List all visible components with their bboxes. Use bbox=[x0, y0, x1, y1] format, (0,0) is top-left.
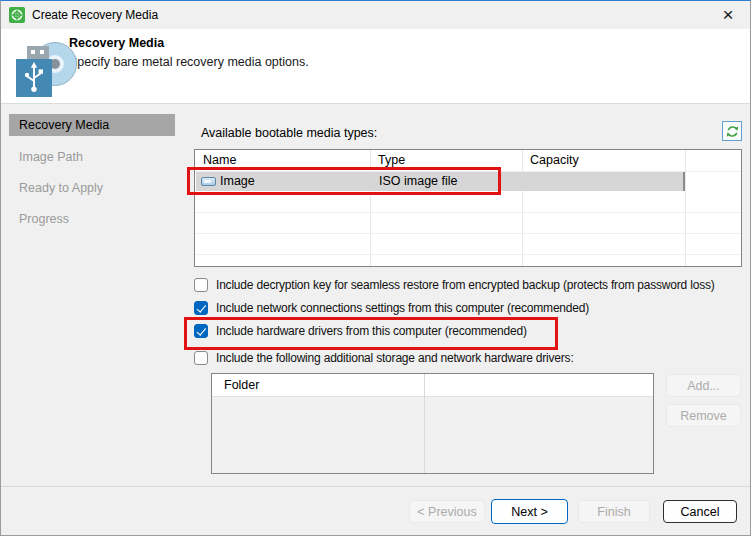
refresh-icon bbox=[726, 125, 739, 138]
checkbox-label[interactable]: Include network connections settings fro… bbox=[216, 301, 589, 315]
drivers-folder-table: Folder bbox=[211, 373, 654, 474]
window-title: Create Recovery Media bbox=[32, 8, 158, 22]
remove-button[interactable]: Remove bbox=[666, 404, 741, 427]
network-settings-checkbox[interactable] bbox=[194, 301, 208, 315]
sidebar-item-ready-to-apply[interactable]: Ready to Apply bbox=[9, 177, 175, 199]
usb-trident-icon bbox=[21, 62, 47, 94]
checkbox-row-additional-drivers: Include the following additional storage… bbox=[194, 350, 574, 365]
previous-button[interactable]: < Previous bbox=[409, 500, 485, 523]
media-types-label: Available bootable media types: bbox=[201, 126, 377, 140]
additional-drivers-checkbox[interactable] bbox=[194, 351, 208, 365]
cancel-button[interactable]: Cancel bbox=[663, 500, 737, 523]
usb-connector-icon bbox=[27, 46, 49, 59]
checkbox-label[interactable]: Include decryption key for seamless rest… bbox=[216, 278, 715, 292]
step-subtitle: Specify bare metal recovery media option… bbox=[69, 55, 309, 69]
step-title: Recovery Media bbox=[69, 36, 164, 50]
usb-drive-icon bbox=[16, 59, 52, 97]
close-icon[interactable]: × bbox=[706, 1, 750, 29]
checkbox-row-network-settings: Include network connections settings fro… bbox=[194, 300, 589, 315]
refresh-button[interactable] bbox=[722, 121, 742, 141]
annotation-box-hardware-drivers bbox=[184, 317, 558, 350]
annotation-box-media-row bbox=[187, 167, 501, 195]
sidebar-item-image-path[interactable]: Image Path bbox=[9, 146, 175, 168]
finish-button[interactable]: Finish bbox=[578, 500, 650, 523]
titlebar: Create Recovery Media × bbox=[1, 1, 750, 29]
next-button[interactable]: Next > bbox=[491, 499, 568, 524]
column-header-capacity[interactable]: Capacity bbox=[522, 150, 685, 171]
checkbox-label[interactable]: Include the following additional storage… bbox=[216, 351, 574, 365]
decryption-key-checkbox[interactable] bbox=[194, 278, 208, 292]
sidebar-item-progress[interactable]: Progress bbox=[9, 208, 175, 230]
create-recovery-media-dialog: Create Recovery Media × Recovery Media S… bbox=[0, 0, 751, 536]
wizard-header: Recovery Media Specify bare metal recove… bbox=[1, 29, 750, 104]
add-button[interactable]: Add... bbox=[666, 374, 741, 397]
app-icon bbox=[9, 7, 25, 23]
checkbox-row-decryption-key: Include decryption key for seamless rest… bbox=[194, 277, 715, 292]
sidebar-item-recovery-media[interactable]: Recovery Media bbox=[9, 114, 175, 136]
column-header-folder: Folder bbox=[212, 374, 653, 397]
